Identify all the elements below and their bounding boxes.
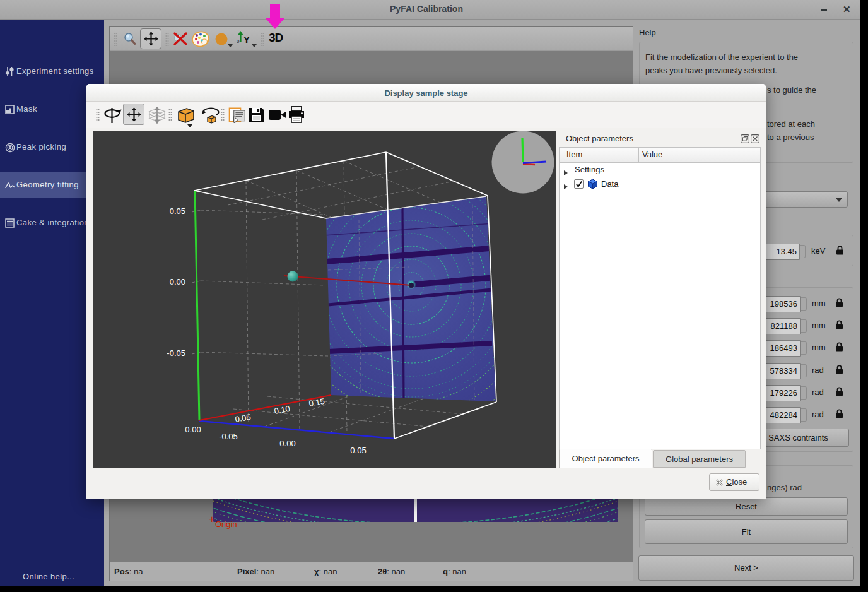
svg-text:Y: Y xyxy=(243,34,250,45)
svg-text:0.15: 0.15 xyxy=(308,396,326,408)
svg-text:0.05: 0.05 xyxy=(350,446,366,455)
svg-text:0.05: 0.05 xyxy=(170,206,185,216)
svg-text:0.10: 0.10 xyxy=(273,404,291,416)
svg-text:0: 0 xyxy=(237,38,240,44)
svg-text:-0.05: -0.05 xyxy=(219,432,238,441)
svg-text:-0.05: -0.05 xyxy=(167,348,185,358)
svg-text:0.00: 0.00 xyxy=(279,439,295,448)
svg-text:0.00: 0.00 xyxy=(185,425,201,434)
svg-text:0.00: 0.00 xyxy=(170,277,185,287)
svg-text:0.05: 0.05 xyxy=(234,412,252,424)
